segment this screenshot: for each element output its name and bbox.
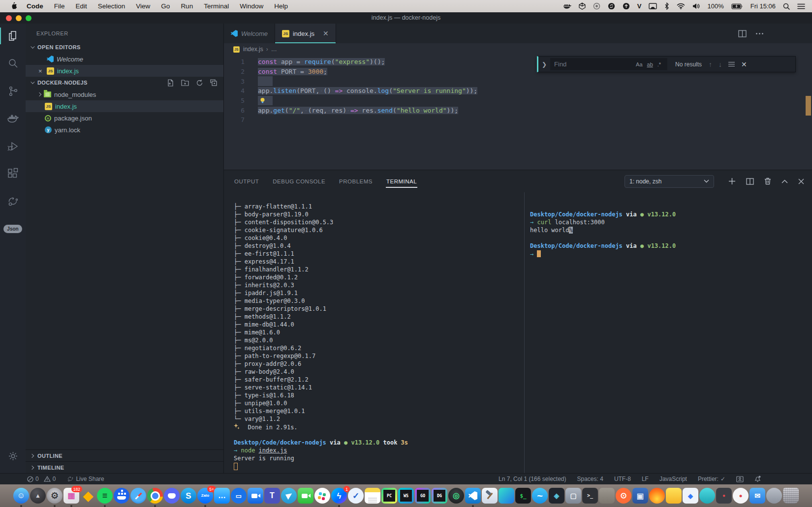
menu-selection[interactable]: Selection xyxy=(93,2,131,10)
menu-window[interactable]: Window xyxy=(234,2,269,10)
panel-tab-terminal[interactable]: TERMINAL xyxy=(386,176,417,187)
screen-mirroring-icon[interactable] xyxy=(649,3,657,9)
indentation[interactable]: Spaces: 4 xyxy=(577,476,603,482)
dock-icon-android-studio[interactable]: ◎ xyxy=(448,488,464,504)
problems-status[interactable]: 0 0 xyxy=(27,476,56,482)
folder-header[interactable]: DOCKER-NODEJS xyxy=(26,77,223,89)
dock-icon-ms-todo[interactable]: ✓ xyxy=(348,488,364,504)
dock-icon-virtualbox[interactable]: ▣ xyxy=(632,488,648,504)
split-terminal-icon[interactable] xyxy=(746,178,754,185)
match-case-icon[interactable]: Aa xyxy=(636,61,642,67)
dock-icon-gradient-app[interactable] xyxy=(499,488,514,504)
dock-icon-white-red-app[interactable]: ● xyxy=(733,488,749,504)
menu-help[interactable]: Help xyxy=(269,2,293,10)
dock-icon-telegram[interactable] xyxy=(281,488,297,504)
dock-icon-zalo[interactable]: Zalo5+ xyxy=(197,488,213,504)
tab-index.js[interactable]: JSindex.js✕ xyxy=(275,24,336,43)
dock-icon-google-messages[interactable]: ▭ xyxy=(231,488,247,504)
dock-icon-datagrip[interactable]: DG xyxy=(432,488,447,504)
close-panel-icon[interactable] xyxy=(798,179,804,184)
live-share-icon[interactable] xyxy=(0,189,26,213)
docker-menu-icon[interactable] xyxy=(563,3,571,10)
dock-icon-console-app[interactable]: >_ xyxy=(582,488,598,504)
file-item-yarn.lock[interactable]: yyarn.lock xyxy=(26,124,223,136)
eol-sequence[interactable]: LF xyxy=(642,476,649,482)
collapse-all-icon[interactable] xyxy=(210,79,218,87)
dock-icon-messenger[interactable]: ϟ1 xyxy=(331,488,347,504)
cursor-position[interactable]: Ln 7, Col 1 (166 selected) xyxy=(499,476,566,482)
run-debug-icon[interactable] xyxy=(0,134,26,158)
open-editors-header[interactable]: OPEN EDITORS xyxy=(26,41,223,53)
refresh-icon[interactable] xyxy=(196,79,203,87)
terminal-pane-divider[interactable] xyxy=(524,192,525,473)
menu-clock[interactable]: Fri 15:06 xyxy=(750,2,776,10)
apple-logo-icon[interactable] xyxy=(10,2,17,10)
menu-edit[interactable]: Edit xyxy=(70,2,93,10)
terminal-left-pane[interactable]: ├─ array-flatten@1.1.1├─ body-parser@1.1… xyxy=(224,192,524,473)
file-item-package.json[interactable]: npackage.json xyxy=(26,112,223,124)
find-close-icon[interactable]: ✕ xyxy=(741,60,747,68)
close-tab-icon[interactable]: ✕ xyxy=(323,30,329,37)
menu-go[interactable]: Go xyxy=(156,2,175,10)
kill-terminal-icon[interactable] xyxy=(764,178,771,185)
file-item-node_modules[interactable]: node_modules xyxy=(26,89,223,100)
more-actions-icon[interactable] xyxy=(755,32,764,35)
dock-icon-system-preferences[interactable]: ⚙ xyxy=(47,488,62,504)
dock-icon-teal-app[interactable] xyxy=(699,488,715,504)
explorer-icon[interactable] xyxy=(0,24,26,48)
menu-run[interactable]: Run xyxy=(175,2,198,10)
dock-icon-notes[interactable] xyxy=(365,488,380,504)
dock-icon-spotify[interactable]: ≡ xyxy=(97,488,113,504)
dock-icon-slack[interactable] xyxy=(314,488,330,504)
whole-word-icon[interactable]: ab xyxy=(647,61,653,67)
dock-icon-utility-app[interactable] xyxy=(766,488,782,504)
dock-icon-swift-app[interactable]: ~ xyxy=(532,488,548,504)
timeline-section[interactable]: TIMELINE xyxy=(26,461,223,473)
terminal-right-pane[interactable]: Desktop/Code/docker-nodejs via ● v13.12.… xyxy=(530,192,812,473)
dock-icon-pycharm[interactable]: PC xyxy=(381,488,397,504)
code-editor[interactable]: 1const·app·=·require("express")();2const… xyxy=(224,55,812,170)
dock-icon-facetime[interactable] xyxy=(298,488,313,504)
new-terminal-icon[interactable] xyxy=(728,178,736,185)
panel-tab-problems[interactable]: PROBLEMS xyxy=(339,176,373,187)
close-file-icon[interactable]: × xyxy=(38,67,47,75)
search-icon[interactable] xyxy=(0,51,26,76)
file-item-index.js[interactable]: JSindex.js xyxy=(26,100,223,112)
dock-icon-flame-app[interactable] xyxy=(649,488,665,504)
dock-icon-teams[interactable]: T xyxy=(264,488,280,504)
find-in-selection-icon[interactable] xyxy=(728,60,735,68)
find-expand-chevron-icon[interactable]: ❯ xyxy=(538,61,550,68)
dock-icon-sketch[interactable]: ◆ xyxy=(80,488,96,504)
dock-icon-mail-app[interactable]: ✉ xyxy=(750,488,765,504)
dock-icon-gray-app[interactable] xyxy=(599,488,615,504)
live-share-status[interactable]: Live Share xyxy=(67,476,104,482)
terminal-picker[interactable]: 1: node, zsh xyxy=(625,175,714,188)
box-icon[interactable] xyxy=(579,2,586,10)
panel-tab-debug-console[interactable]: DEBUG CONSOLE xyxy=(272,176,326,187)
dock-icon-vscode[interactable] xyxy=(465,488,481,504)
file-item-Welcome[interactable]: Welcome xyxy=(26,53,223,65)
regex-icon[interactable]: .* xyxy=(657,61,661,67)
dock-icon-docker[interactable] xyxy=(114,488,129,504)
new-folder-icon[interactable] xyxy=(181,79,189,86)
docker-icon[interactable] xyxy=(0,106,26,131)
settings-gear-icon[interactable] xyxy=(0,444,26,468)
breadcrumb[interactable]: JS index.js › … xyxy=(224,43,812,55)
source-control-icon[interactable] xyxy=(0,79,26,103)
spotlight-icon[interactable] xyxy=(783,3,790,10)
dock-icon-xcode[interactable] xyxy=(482,488,498,504)
file-item-index.js[interactable]: ×JSindex.js xyxy=(26,65,223,77)
formatter-status[interactable]: Prettier: ✓ xyxy=(698,476,725,482)
shazam-icon[interactable] xyxy=(608,2,615,10)
new-file-icon[interactable] xyxy=(167,79,174,87)
wifi-icon[interactable] xyxy=(677,3,685,9)
find-next-icon[interactable]: ↓ xyxy=(718,60,722,68)
v-app-icon[interactable]: V xyxy=(637,2,642,10)
maximize-panel-icon[interactable] xyxy=(781,179,788,183)
feedback-icon[interactable] xyxy=(736,476,744,482)
menu-file[interactable]: File xyxy=(49,2,70,10)
dock-icon-webstorm[interactable]: WS xyxy=(398,488,414,504)
lightbulb-icon[interactable] xyxy=(259,97,266,104)
dock-icon-photos[interactable]: ▦182 xyxy=(63,488,79,504)
volume-icon[interactable] xyxy=(692,3,700,9)
